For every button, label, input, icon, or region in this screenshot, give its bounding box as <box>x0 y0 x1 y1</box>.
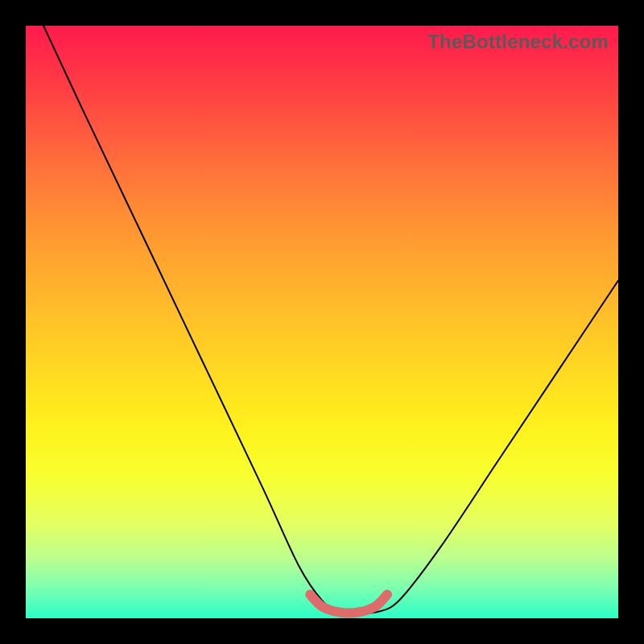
bottleneck-curve-path <box>43 26 618 613</box>
chart-frame: TheBottleneck.com <box>0 0 644 644</box>
optimal-band-path <box>310 595 387 613</box>
plot-area: TheBottleneck.com <box>26 26 618 618</box>
chart-svg <box>26 26 618 618</box>
